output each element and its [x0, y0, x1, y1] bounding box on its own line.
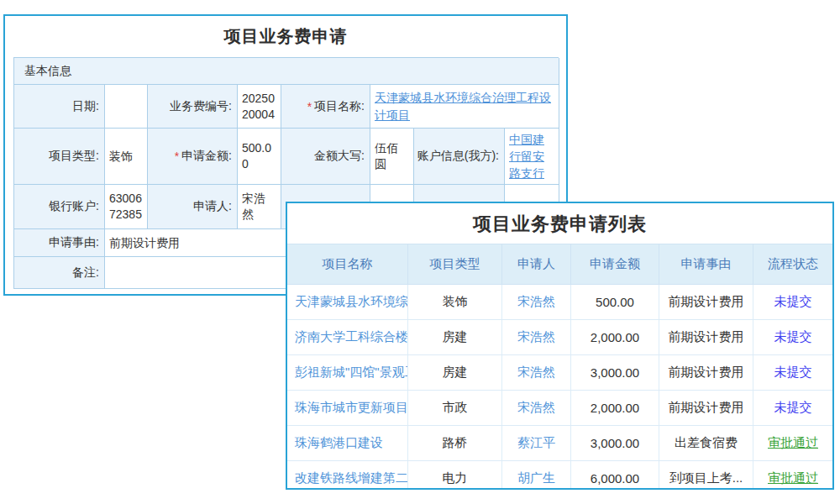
- cell-amount: 500.00: [571, 285, 659, 319]
- table-header-row: 项目名称 项目类型 申请人 申请金额 申请事由 流程状态: [287, 244, 832, 284]
- cell-amount: 3,000.00: [571, 355, 659, 390]
- reason-label: 申请事由:: [14, 229, 105, 257]
- cell-project-name-link[interactable]: 彭祖新城"四馆"景观工...: [287, 355, 408, 390]
- cell-status-link[interactable]: 未提交: [753, 285, 832, 319]
- application-list-table: 项目名称 项目类型 申请人 申请金额 申请事由 流程状态 天津蒙城县水环境综..…: [287, 244, 832, 490]
- project-name-link[interactable]: 天津蒙城县水环境综合治理工程设计项目: [375, 89, 554, 123]
- cell-applicant-link[interactable]: 蔡江平: [502, 426, 571, 460]
- cell-project-type: 路桥: [408, 426, 502, 460]
- cell-project-name-link[interactable]: 珠海市城市更新项目...: [287, 391, 408, 425]
- cell-project-name-link[interactable]: 珠海鹤港口建设: [287, 426, 408, 460]
- account-info-link[interactable]: 中国建行留安路支行: [509, 131, 554, 182]
- table-row: 彭祖新城"四馆"景观工... 房建 宋浩然 3,000.00 前期设计费用 未提…: [287, 354, 832, 390]
- amount-words-value: 伍佰圆: [370, 129, 414, 185]
- fee-number-value: 2025020004: [238, 85, 281, 129]
- cell-applicant-link[interactable]: 宋浩然: [502, 320, 571, 354]
- table-row: 天津蒙城县水环境综... 装饰 宋浩然 500.00 前期设计费用 未提交: [287, 284, 832, 319]
- list-table-body: 天津蒙城县水环境综... 装饰 宋浩然 500.00 前期设计费用 未提交 济南…: [287, 284, 832, 490]
- date-label: 日期:: [14, 85, 105, 129]
- project-type-label: 项目类型:: [14, 129, 105, 185]
- cell-reason: 前期设计费用: [659, 355, 753, 390]
- cell-status-link[interactable]: 审批通过: [753, 426, 832, 460]
- cell-project-name-link[interactable]: 改建铁路线增建第二...: [287, 461, 408, 490]
- basic-info-section-header: 基本信息: [14, 58, 559, 85]
- bank-account-value: 6300672385: [105, 185, 148, 229]
- cell-project-name-link[interactable]: 济南大学工科综合楼...: [287, 320, 408, 354]
- cell-applicant-link[interactable]: 宋浩然: [502, 355, 571, 390]
- remark-label: 备注:: [14, 257, 105, 289]
- table-row: 济南大学工科综合楼... 房建 宋浩然 2,000.00 前期设计费用 未提交: [287, 319, 832, 354]
- amount-words-label: 金额大写:: [281, 129, 370, 185]
- cell-status-link[interactable]: 未提交: [753, 320, 832, 354]
- column-header-project-type: 项目类型: [408, 244, 502, 284]
- cell-reason: 前期设计费用: [659, 391, 753, 425]
- cell-reason: 出差食宿费: [659, 426, 753, 460]
- column-header-amount: 申请金额: [571, 244, 659, 284]
- date-value: [105, 85, 148, 129]
- applicant-label: 申请人:: [148, 185, 238, 229]
- cell-applicant-link[interactable]: 宋浩然: [502, 285, 571, 319]
- list-title: 项目业务费申请列表: [287, 203, 832, 237]
- amount-value: 500.00: [238, 129, 281, 185]
- cell-amount: 2,000.00: [571, 391, 659, 425]
- amount-label: *申请金额:: [148, 129, 238, 185]
- cell-project-type: 房建: [408, 355, 502, 390]
- cell-status-link[interactable]: 未提交: [753, 355, 832, 390]
- table-row: 改建铁路线增建第二... 电力 胡广生 6,000.00 到项目上考... 审批…: [287, 460, 832, 490]
- form-title: 项目业务费申请: [5, 16, 566, 48]
- amount-label-text: 申请金额:: [181, 149, 232, 164]
- project-name-label: *项目名称:: [281, 85, 370, 129]
- table-row: 珠海鹤港口建设 路桥 蔡江平 3,000.00 出差食宿费 审批通过: [287, 425, 832, 460]
- cell-status-link[interactable]: 未提交: [753, 391, 832, 425]
- column-header-applicant: 申请人: [502, 244, 571, 284]
- applicant-value: 宋浩然: [238, 185, 281, 229]
- account-info-cell: 中国建行留安路支行: [505, 129, 559, 185]
- cell-reason: 到项目上考...: [659, 461, 753, 490]
- bank-account-label: 银行账户:: [14, 185, 105, 229]
- cell-applicant-link[interactable]: 胡广生: [502, 461, 571, 490]
- cell-project-type: 房建: [408, 320, 502, 354]
- column-header-status: 流程状态: [753, 244, 832, 284]
- cell-reason: 前期设计费用: [659, 285, 753, 319]
- application-list-panel: 项目业务费申请列表 项目名称 项目类型 申请人 申请金额 申请事由 流程状态 天…: [286, 202, 834, 490]
- cell-amount: 3,000.00: [571, 426, 659, 460]
- column-header-project-name: 项目名称: [287, 244, 408, 284]
- fee-number-label: 业务费编号:: [148, 85, 238, 129]
- table-row: 珠海市城市更新项目... 市政 宋浩然 2,000.00 前期设计费用 未提交: [287, 390, 832, 425]
- cell-amount: 6,000.00: [571, 461, 659, 490]
- cell-project-type: 装饰: [408, 285, 502, 319]
- cell-reason: 前期设计费用: [659, 320, 753, 354]
- cell-project-type: 市政: [408, 391, 502, 425]
- cell-applicant-link[interactable]: 宋浩然: [502, 391, 571, 425]
- account-info-label: 账户信息(我方):: [414, 129, 505, 185]
- cell-amount: 2,000.00: [571, 320, 659, 354]
- required-mark: *: [175, 150, 179, 163]
- cell-project-name-link[interactable]: 天津蒙城县水环境综...: [287, 285, 408, 319]
- column-header-reason: 申请事由: [659, 244, 753, 284]
- project-name-label-text: 项目名称:: [314, 99, 365, 114]
- required-mark: *: [307, 100, 312, 113]
- cell-status-link[interactable]: 审批通过: [753, 461, 832, 490]
- project-name-cell: 天津蒙城县水环境综合治理工程设计项目: [370, 85, 559, 129]
- cell-project-type: 电力: [408, 461, 502, 490]
- project-type-value: 装饰: [105, 129, 148, 185]
